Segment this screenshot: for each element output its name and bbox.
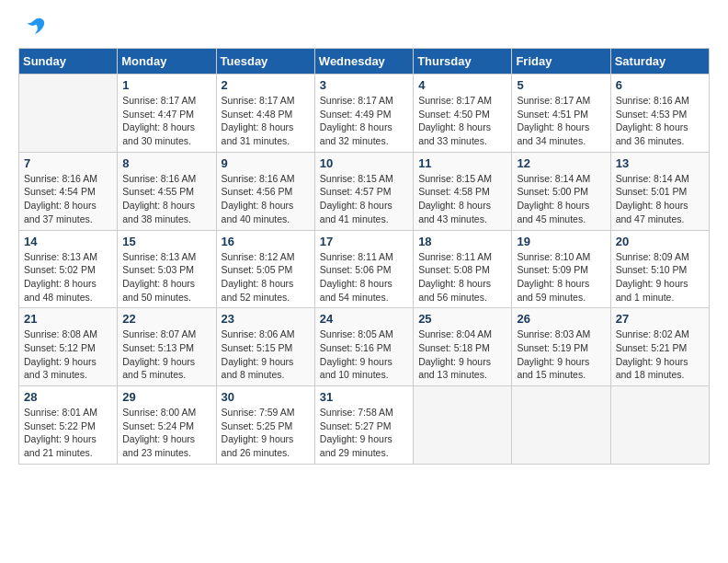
calendar-cell: 28Sunrise: 8:01 AM Sunset: 5:22 PM Dayli… <box>19 386 118 465</box>
day-number: 22 <box>122 312 210 326</box>
calendar-cell <box>19 75 118 153</box>
page-container: SundayMondayTuesdayWednesdayThursdayFrid… <box>0 0 728 479</box>
day-info: Sunrise: 8:17 AM Sunset: 4:48 PM Dayligh… <box>222 94 310 148</box>
calendar-cell: 16Sunrise: 8:12 AM Sunset: 5:05 PM Dayli… <box>216 230 314 308</box>
day-info: Sunrise: 8:10 AM Sunset: 5:09 PM Dayligh… <box>517 250 605 304</box>
day-number: 24 <box>320 312 408 326</box>
day-info: Sunrise: 8:13 AM Sunset: 5:03 PM Dayligh… <box>122 250 210 304</box>
day-info: Sunrise: 8:11 AM Sunset: 5:08 PM Dayligh… <box>418 250 506 304</box>
day-info: Sunrise: 8:07 AM Sunset: 5:13 PM Dayligh… <box>122 327 210 382</box>
weekday-header-wednesday: Wednesday <box>314 49 413 75</box>
day-info: Sunrise: 8:15 AM Sunset: 4:58 PM Dayligh… <box>418 172 506 226</box>
day-number: 3 <box>320 78 408 92</box>
calendar-cell: 14Sunrise: 8:13 AM Sunset: 5:02 PM Dayli… <box>19 230 118 308</box>
calendar-cell: 27Sunrise: 8:02 AM Sunset: 5:21 PM Dayli… <box>610 308 709 386</box>
weekday-header-thursday: Thursday <box>414 49 512 75</box>
day-info: Sunrise: 8:17 AM Sunset: 4:50 PM Dayligh… <box>418 94 506 148</box>
calendar-cell: 8Sunrise: 8:16 AM Sunset: 4:55 PM Daylig… <box>118 152 216 230</box>
day-number: 15 <box>122 235 210 248</box>
day-info: Sunrise: 8:06 AM Sunset: 5:15 PM Dayligh… <box>222 327 310 382</box>
day-info: Sunrise: 8:05 AM Sunset: 5:16 PM Dayligh… <box>320 327 408 382</box>
calendar-cell: 6Sunrise: 8:16 AM Sunset: 4:53 PM Daylig… <box>610 75 709 153</box>
weekday-header-saturday: Saturday <box>610 49 709 75</box>
calendar-table: SundayMondayTuesdayWednesdayThursdayFrid… <box>18 48 710 465</box>
day-number: 26 <box>517 312 605 326</box>
calendar-cell: 1Sunrise: 8:17 AM Sunset: 4:47 PM Daylig… <box>118 75 216 153</box>
calendar-cell: 19Sunrise: 8:10 AM Sunset: 5:09 PM Dayli… <box>512 230 610 308</box>
day-number: 17 <box>320 235 408 248</box>
calendar-cell: 17Sunrise: 8:11 AM Sunset: 5:06 PM Dayli… <box>314 230 413 308</box>
calendar-cell: 7Sunrise: 8:16 AM Sunset: 4:54 PM Daylig… <box>19 152 118 230</box>
calendar-cell: 21Sunrise: 8:08 AM Sunset: 5:12 PM Dayli… <box>19 308 118 386</box>
day-info: Sunrise: 8:14 AM Sunset: 5:00 PM Dayligh… <box>517 172 605 226</box>
calendar-cell: 24Sunrise: 8:05 AM Sunset: 5:16 PM Dayli… <box>314 308 413 386</box>
calendar-cell: 22Sunrise: 8:07 AM Sunset: 5:13 PM Dayli… <box>118 308 216 386</box>
day-info: Sunrise: 8:09 AM Sunset: 5:10 PM Dayligh… <box>616 250 704 304</box>
day-number: 25 <box>418 312 506 326</box>
day-info: Sunrise: 8:16 AM Sunset: 4:54 PM Dayligh… <box>24 172 112 226</box>
day-number: 19 <box>517 235 605 248</box>
calendar-cell: 31Sunrise: 7:58 AM Sunset: 5:27 PM Dayli… <box>314 386 413 465</box>
day-info: Sunrise: 8:14 AM Sunset: 5:01 PM Dayligh… <box>616 172 704 226</box>
day-info: Sunrise: 8:17 AM Sunset: 4:51 PM Dayligh… <box>517 94 605 148</box>
day-info: Sunrise: 8:17 AM Sunset: 4:47 PM Dayligh… <box>122 94 210 148</box>
calendar-cell: 20Sunrise: 8:09 AM Sunset: 5:10 PM Dayli… <box>610 230 709 308</box>
day-number: 9 <box>222 156 310 170</box>
day-info: Sunrise: 8:00 AM Sunset: 5:24 PM Dayligh… <box>122 406 210 460</box>
day-info: Sunrise: 8:02 AM Sunset: 5:21 PM Dayligh… <box>616 327 704 382</box>
day-info: Sunrise: 8:01 AM Sunset: 5:22 PM Dayligh… <box>24 406 112 460</box>
calendar-cell <box>414 386 512 465</box>
calendar-cell: 15Sunrise: 8:13 AM Sunset: 5:03 PM Dayli… <box>118 230 216 308</box>
logo <box>18 15 46 40</box>
week-row-1: 1Sunrise: 8:17 AM Sunset: 4:47 PM Daylig… <box>19 75 710 153</box>
calendar-cell: 23Sunrise: 8:06 AM Sunset: 5:15 PM Dayli… <box>216 308 314 386</box>
day-number: 4 <box>418 78 506 92</box>
day-number: 14 <box>24 235 112 248</box>
calendar-cell: 25Sunrise: 8:04 AM Sunset: 5:18 PM Dayli… <box>414 308 512 386</box>
day-number: 2 <box>222 78 310 92</box>
calendar-cell: 29Sunrise: 8:00 AM Sunset: 5:24 PM Dayli… <box>118 386 216 465</box>
day-info: Sunrise: 8:04 AM Sunset: 5:18 PM Dayligh… <box>418 327 506 382</box>
weekday-header-monday: Monday <box>118 49 216 75</box>
day-number: 28 <box>24 390 112 404</box>
calendar-cell: 26Sunrise: 8:03 AM Sunset: 5:19 PM Dayli… <box>512 308 610 386</box>
week-row-5: 28Sunrise: 8:01 AM Sunset: 5:22 PM Dayli… <box>19 386 710 465</box>
logo-bird-icon <box>20 15 46 40</box>
day-number: 8 <box>122 156 210 170</box>
day-number: 5 <box>517 78 605 92</box>
day-info: Sunrise: 8:15 AM Sunset: 4:57 PM Dayligh… <box>320 172 408 226</box>
calendar-cell: 5Sunrise: 8:17 AM Sunset: 4:51 PM Daylig… <box>512 75 610 153</box>
day-number: 7 <box>24 156 112 170</box>
week-row-4: 21Sunrise: 8:08 AM Sunset: 5:12 PM Dayli… <box>19 308 710 386</box>
day-info: Sunrise: 8:12 AM Sunset: 5:05 PM Dayligh… <box>222 250 310 304</box>
week-row-2: 7Sunrise: 8:16 AM Sunset: 4:54 PM Daylig… <box>19 152 710 230</box>
day-number: 31 <box>320 390 408 404</box>
day-number: 27 <box>616 312 704 326</box>
day-number: 10 <box>320 156 408 170</box>
calendar-cell: 10Sunrise: 8:15 AM Sunset: 4:57 PM Dayli… <box>314 152 413 230</box>
day-info: Sunrise: 7:58 AM Sunset: 5:27 PM Dayligh… <box>320 406 408 460</box>
calendar-cell: 12Sunrise: 8:14 AM Sunset: 5:00 PM Dayli… <box>512 152 610 230</box>
calendar-cell: 13Sunrise: 8:14 AM Sunset: 5:01 PM Dayli… <box>610 152 709 230</box>
calendar-cell: 18Sunrise: 8:11 AM Sunset: 5:08 PM Dayli… <box>414 230 512 308</box>
day-info: Sunrise: 8:13 AM Sunset: 5:02 PM Dayligh… <box>24 250 112 304</box>
week-row-3: 14Sunrise: 8:13 AM Sunset: 5:02 PM Dayli… <box>19 230 710 308</box>
day-number: 21 <box>24 312 112 326</box>
day-info: Sunrise: 8:08 AM Sunset: 5:12 PM Dayligh… <box>24 327 112 382</box>
day-info: Sunrise: 8:11 AM Sunset: 5:06 PM Dayligh… <box>320 250 408 304</box>
day-number: 18 <box>418 235 506 248</box>
calendar-cell: 2Sunrise: 8:17 AM Sunset: 4:48 PM Daylig… <box>216 75 314 153</box>
weekday-header-friday: Friday <box>512 49 610 75</box>
day-number: 11 <box>418 156 506 170</box>
calendar-cell: 30Sunrise: 7:59 AM Sunset: 5:25 PM Dayli… <box>216 386 314 465</box>
header <box>18 15 710 40</box>
day-info: Sunrise: 8:16 AM Sunset: 4:53 PM Dayligh… <box>616 94 704 148</box>
day-info: Sunrise: 8:16 AM Sunset: 4:55 PM Dayligh… <box>122 172 210 226</box>
calendar-cell: 11Sunrise: 8:15 AM Sunset: 4:58 PM Dayli… <box>414 152 512 230</box>
weekday-header-tuesday: Tuesday <box>216 49 314 75</box>
calendar-cell: 4Sunrise: 8:17 AM Sunset: 4:50 PM Daylig… <box>414 75 512 153</box>
day-info: Sunrise: 8:03 AM Sunset: 5:19 PM Dayligh… <box>517 327 605 382</box>
day-number: 29 <box>122 390 210 404</box>
day-number: 6 <box>616 78 704 92</box>
day-info: Sunrise: 7:59 AM Sunset: 5:25 PM Dayligh… <box>222 406 310 460</box>
